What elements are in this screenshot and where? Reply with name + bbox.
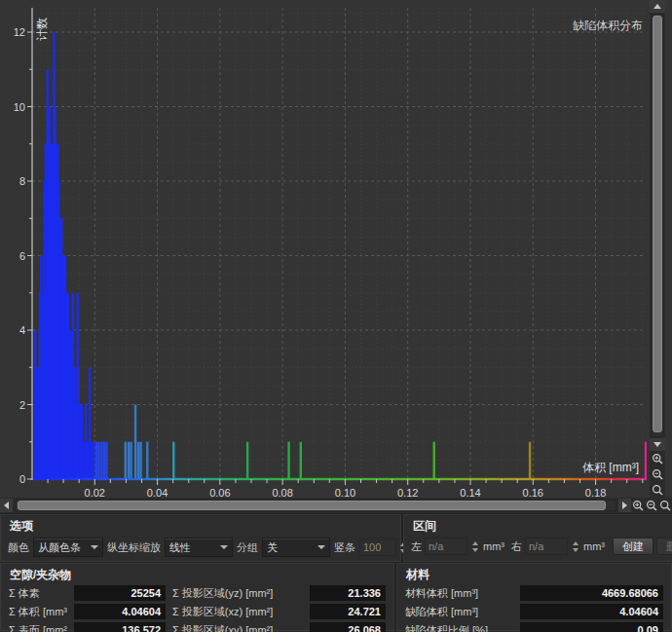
grouping-select-value: 关 <box>267 540 278 555</box>
stat-value: 4669.68066 <box>520 585 663 601</box>
color-select-value: 从颜色条 <box>38 540 81 555</box>
chevron-down-icon <box>220 545 228 549</box>
chart-title: 缺陷体积分布 <box>573 19 643 32</box>
scroll-left-button[interactable] <box>0 499 13 512</box>
svg-text:8: 8 <box>19 175 25 187</box>
zoom-out-x-button[interactable] <box>645 498 658 513</box>
create-button[interactable]: 创建 <box>613 538 653 555</box>
scroll-right-button[interactable] <box>618 499 631 512</box>
zoom-in-y-button[interactable] <box>650 451 665 466</box>
magnifier-minus-icon <box>652 468 664 481</box>
defect-volume-histogram[interactable]: 0246810120.020.040.060.080.100.120.140.1… <box>0 0 647 498</box>
stat-label: Σ 投影区域(xz) [mm²] <box>172 605 303 619</box>
statistics-row: 空隙/夹杂物 Σ 体素 25254 Σ 投影区域(yz) [mm²] 21.33… <box>0 562 672 631</box>
magnifier-plus-icon <box>632 500 645 512</box>
color-label: 颜色 <box>8 540 29 555</box>
arrow-right-icon <box>622 502 627 509</box>
arrow-down-icon <box>653 442 661 447</box>
svg-text:0.16: 0.16 <box>523 487 543 498</box>
svg-text:0.18: 0.18 <box>585 487 606 498</box>
range-left-label: 左 <box>411 539 422 554</box>
zoom-reset-y-button[interactable] <box>650 482 665 498</box>
svg-text:0: 0 <box>19 473 25 485</box>
controls-row: 选项 颜色 从颜色条 纵坐标缩放 线性 分组 关 竖条 <box>0 513 672 562</box>
defect-analysis-window: 0246810120.020.040.060.080.100.120.140.1… <box>0 0 672 632</box>
range-right-unit: mm³ <box>583 540 605 552</box>
spinner-up-icon <box>573 541 579 545</box>
stat-label: Σ 投影区域(xy) [mm²] <box>172 623 303 632</box>
svg-text:0.10: 0.10 <box>335 487 355 498</box>
range-right-input[interactable] <box>525 538 568 555</box>
svg-text:2: 2 <box>19 399 25 411</box>
zoom-in-x-button[interactable] <box>631 498 645 513</box>
spinner-up-icon <box>472 541 478 545</box>
scroll-up-button[interactable] <box>650 0 665 13</box>
magnifier-icon <box>652 484 664 497</box>
svg-text:0.02: 0.02 <box>85 487 105 498</box>
yscale-select-value: 线性 <box>169 540 191 555</box>
grouping-label: 分组 <box>237 540 258 555</box>
svg-text:0.08: 0.08 <box>272 487 292 498</box>
stat-value: 4.04604 <box>74 604 166 619</box>
options-header: 选项 <box>1 515 400 536</box>
range-right-stepper[interactable] <box>571 541 580 552</box>
stat-label: 缺陷体积比例 [%] <box>405 623 512 632</box>
material-panel: 材料 材料体积 [mm³] 4669.68066 缺陷体积 [mm³] 4.04… <box>396 563 672 631</box>
yscale-label: 纵坐标缩放 <box>107 540 161 555</box>
bars-count-label: 竖条 <box>334 540 355 555</box>
voids-header: 空隙/夹杂物 <box>1 564 393 584</box>
stat-value: 4.04604 <box>520 604 663 619</box>
zoom-reset-x-button[interactable] <box>658 498 672 513</box>
voids-stats-grid: Σ 体素 25254 Σ 投影区域(yz) [mm²] 21.336 Σ 体积 … <box>1 584 393 632</box>
range-left-unit: mm³ <box>483 540 504 552</box>
range-left-stepper[interactable] <box>470 541 480 552</box>
stat-label: Σ 体积 [mm³] <box>9 605 67 619</box>
scroll-down-button[interactable] <box>650 438 665 451</box>
vertical-scrollbar-thumb[interactable] <box>653 16 662 432</box>
delete-button[interactable]: 删除 <box>656 538 672 555</box>
grouping-select[interactable]: 关 <box>262 538 330 557</box>
range-left-input[interactable] <box>425 538 467 555</box>
stat-value: 136.572 <box>74 622 166 632</box>
stat-value: 25254 <box>74 585 166 601</box>
svg-text:0.06: 0.06 <box>209 487 230 498</box>
voids-inclusions-panel: 空隙/夹杂物 Σ 体素 25254 Σ 投影区域(yz) [mm²] 21.33… <box>0 563 394 631</box>
chevron-down-icon <box>317 545 325 549</box>
svg-text:0.14: 0.14 <box>460 487 480 498</box>
zoom-out-y-button[interactable] <box>650 466 665 482</box>
bars-count-input[interactable] <box>359 539 396 556</box>
magnifier-plus-icon <box>652 453 664 465</box>
y-axis-label: 计数 <box>35 18 49 41</box>
color-select[interactable]: 从颜色条 <box>33 538 103 557</box>
range-right-label: 右 <box>511 539 522 554</box>
options-controls: 颜色 从颜色条 纵坐标缩放 线性 分组 关 竖条 <box>1 536 400 557</box>
magnifier-minus-icon <box>646 500 658 512</box>
vertical-scrollbar-track[interactable] <box>652 14 663 437</box>
histogram-panel: 0246810120.020.040.060.080.100.120.140.1… <box>0 0 672 513</box>
stat-label: Σ 体素 <box>9 586 67 601</box>
svg-text:0.12: 0.12 <box>397 487 418 498</box>
arrow-left-icon <box>4 502 9 509</box>
options-panel: 选项 颜色 从颜色条 纵坐标缩放 线性 分组 关 竖条 <box>0 514 401 562</box>
stat-label: 缺陷体积 [mm³] <box>405 605 512 619</box>
vertical-scrollbar <box>650 0 665 498</box>
stat-label: Σ 投影区域(yz) [mm²] <box>172 586 303 601</box>
magnifier-icon <box>659 500 672 512</box>
svg-text:0.04: 0.04 <box>147 487 168 498</box>
stat-value: 21.336 <box>310 585 386 601</box>
stat-label: 材料体积 [mm³] <box>405 586 512 601</box>
stat-value: 26.068 <box>310 622 386 632</box>
svg-text:10: 10 <box>14 101 25 113</box>
horizontal-scrollbar <box>0 498 672 513</box>
spinner-down-icon <box>472 548 478 552</box>
horizontal-scrollbar-track[interactable] <box>15 500 616 511</box>
yscale-select[interactable]: 线性 <box>165 538 233 557</box>
range-controls: 左 mm³ 右 mm³ 创建 删除 <box>404 536 672 555</box>
svg-text:4: 4 <box>19 324 25 336</box>
horizontal-scrollbar-thumb[interactable] <box>18 501 606 510</box>
x-axis-label: 体积 [mm³] <box>582 461 639 474</box>
stat-value: 0.09 <box>520 622 663 632</box>
range-header: 区间 <box>404 515 672 536</box>
material-header: 材料 <box>397 564 671 584</box>
material-stats-grid: 材料体积 [mm³] 4669.68066 缺陷体积 [mm³] 4.04604… <box>397 584 671 632</box>
